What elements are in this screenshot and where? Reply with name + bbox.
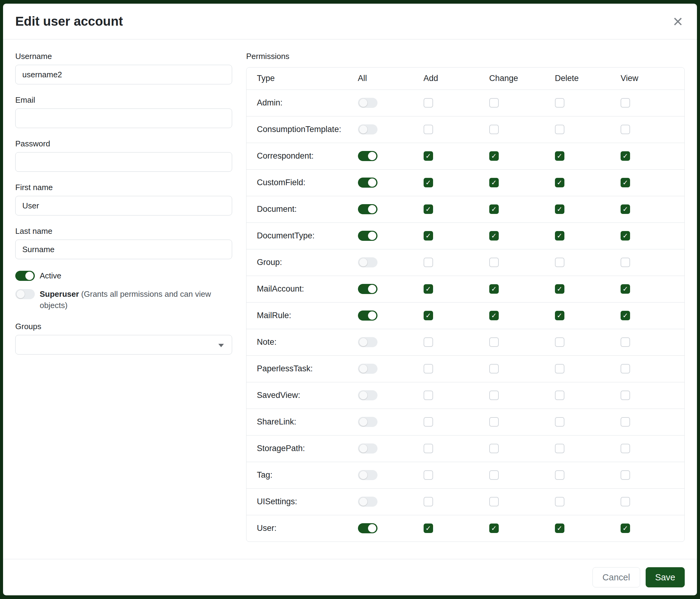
permission-delete-checkbox[interactable]: ✓ xyxy=(555,444,565,453)
permission-all-toggle[interactable] xyxy=(358,284,377,294)
permission-view-checkbox[interactable]: ✓ xyxy=(621,125,630,134)
permission-view-checkbox[interactable]: ✓ xyxy=(621,284,630,294)
permission-add-checkbox[interactable]: ✓ xyxy=(424,98,433,107)
permission-all-toggle[interactable] xyxy=(358,98,377,108)
permission-all-toggle[interactable] xyxy=(358,497,377,507)
permission-view-checkbox[interactable]: ✓ xyxy=(621,444,630,453)
permission-all-toggle[interactable] xyxy=(358,311,377,320)
permission-add-checkbox[interactable]: ✓ xyxy=(424,497,433,506)
permission-view-checkbox[interactable]: ✓ xyxy=(621,311,630,320)
permission-all-toggle[interactable] xyxy=(358,390,377,400)
password-field[interactable] xyxy=(15,152,232,172)
permission-delete-checkbox[interactable]: ✓ xyxy=(555,417,565,427)
permission-change-checkbox[interactable]: ✓ xyxy=(489,390,499,400)
save-button[interactable]: Save xyxy=(646,567,685,588)
permission-add-checkbox[interactable]: ✓ xyxy=(424,151,433,161)
permission-view-checkbox[interactable]: ✓ xyxy=(621,524,630,533)
username-input[interactable] xyxy=(15,65,232,85)
permission-add-checkbox[interactable]: ✓ xyxy=(424,417,433,427)
permission-all-toggle[interactable] xyxy=(358,124,377,135)
permission-view-checkbox[interactable]: ✓ xyxy=(621,390,630,400)
permission-delete-checkbox[interactable]: ✓ xyxy=(555,337,565,347)
superuser-toggle[interactable] xyxy=(15,289,35,299)
permission-add-checkbox[interactable]: ✓ xyxy=(424,470,433,480)
email-field[interactable] xyxy=(15,109,232,128)
permission-change-checkbox[interactable]: ✓ xyxy=(489,364,499,374)
last-name-input[interactable] xyxy=(15,240,232,259)
toggle-knob xyxy=(359,365,368,373)
permission-view-checkbox[interactable]: ✓ xyxy=(621,470,630,480)
close-icon[interactable]: × xyxy=(671,13,685,30)
permission-add-checkbox[interactable]: ✓ xyxy=(424,311,433,320)
permission-change-checkbox[interactable]: ✓ xyxy=(489,311,499,320)
permission-add-checkbox[interactable]: ✓ xyxy=(424,205,433,214)
permission-add-checkbox[interactable]: ✓ xyxy=(424,231,433,241)
permission-change-checkbox[interactable]: ✓ xyxy=(489,417,499,427)
permission-all-toggle[interactable] xyxy=(358,444,377,454)
permission-delete-checkbox[interactable]: ✓ xyxy=(555,364,565,374)
permission-all-toggle[interactable] xyxy=(358,523,377,533)
permission-add-checkbox[interactable]: ✓ xyxy=(424,125,433,134)
permission-view-checkbox[interactable]: ✓ xyxy=(621,151,630,161)
permission-change-checkbox[interactable]: ✓ xyxy=(489,444,499,453)
permission-all-toggle[interactable] xyxy=(358,204,377,214)
permission-add-checkbox[interactable]: ✓ xyxy=(424,284,433,294)
permission-delete-checkbox[interactable]: ✓ xyxy=(555,390,565,400)
active-toggle[interactable] xyxy=(15,271,35,281)
permission-change-checkbox[interactable]: ✓ xyxy=(489,497,499,506)
permission-add-checkbox[interactable]: ✓ xyxy=(424,337,433,347)
permission-all-toggle[interactable] xyxy=(358,470,377,480)
permission-change-checkbox[interactable]: ✓ xyxy=(489,470,499,480)
permission-add-checkbox[interactable]: ✓ xyxy=(424,178,433,187)
permission-change-checkbox[interactable]: ✓ xyxy=(489,231,499,241)
first-name-input[interactable] xyxy=(15,196,232,215)
permission-delete-checkbox[interactable]: ✓ xyxy=(555,178,565,187)
permission-add-checkbox[interactable]: ✓ xyxy=(424,258,433,267)
permission-change-checkbox[interactable]: ✓ xyxy=(489,151,499,161)
permission-change-checkbox[interactable]: ✓ xyxy=(489,284,499,294)
permission-add-checkbox[interactable]: ✓ xyxy=(424,390,433,400)
permission-delete-checkbox[interactable]: ✓ xyxy=(555,524,565,533)
permission-all-toggle[interactable] xyxy=(358,151,377,161)
permission-change-checkbox[interactable]: ✓ xyxy=(489,125,499,134)
permission-delete-checkbox[interactable]: ✓ xyxy=(555,497,565,506)
permission-change-checkbox[interactable]: ✓ xyxy=(489,337,499,347)
permission-change-checkbox[interactable]: ✓ xyxy=(489,98,499,107)
permission-all-toggle[interactable] xyxy=(358,257,377,267)
permission-add-checkbox[interactable]: ✓ xyxy=(424,524,433,533)
permission-delete-checkbox[interactable]: ✓ xyxy=(555,125,565,134)
permission-all-toggle[interactable] xyxy=(358,231,377,241)
permission-all-toggle[interactable] xyxy=(358,177,377,188)
permission-delete-checkbox[interactable]: ✓ xyxy=(555,311,565,320)
permission-change-checkbox[interactable]: ✓ xyxy=(489,524,499,533)
permission-add-checkbox[interactable]: ✓ xyxy=(424,364,433,374)
cancel-button[interactable]: Cancel xyxy=(593,567,640,588)
permission-view-checkbox[interactable]: ✓ xyxy=(621,337,630,347)
permission-change-checkbox[interactable]: ✓ xyxy=(489,178,499,187)
permission-delete-checkbox[interactable]: ✓ xyxy=(555,470,565,480)
permission-change-checkbox[interactable]: ✓ xyxy=(489,205,499,214)
permission-all-toggle[interactable] xyxy=(358,337,377,347)
permission-delete-checkbox[interactable]: ✓ xyxy=(555,231,565,241)
permission-all-toggle[interactable] xyxy=(358,417,377,427)
permission-delete-checkbox[interactable]: ✓ xyxy=(555,151,565,161)
groups-select[interactable] xyxy=(15,335,232,355)
permission-all-toggle[interactable] xyxy=(358,364,377,374)
permission-view-checkbox[interactable]: ✓ xyxy=(621,98,630,107)
permission-view-checkbox[interactable]: ✓ xyxy=(621,417,630,427)
permission-change-checkbox[interactable]: ✓ xyxy=(489,258,499,267)
permission-delete-checkbox[interactable]: ✓ xyxy=(555,98,565,107)
permission-view-checkbox[interactable]: ✓ xyxy=(621,205,630,214)
permission-view-checkbox[interactable]: ✓ xyxy=(621,231,630,241)
toggle-knob xyxy=(368,285,376,293)
permission-add-checkbox[interactable]: ✓ xyxy=(424,444,433,453)
permission-view-checkbox[interactable]: ✓ xyxy=(621,364,630,374)
permission-delete-checkbox[interactable]: ✓ xyxy=(555,284,565,294)
modal-title: Edit user account xyxy=(15,14,123,29)
permission-view-checkbox[interactable]: ✓ xyxy=(621,258,630,267)
permission-row: SavedView: ✓ ✓ ✓ ✓ xyxy=(247,382,684,409)
permission-delete-checkbox[interactable]: ✓ xyxy=(555,205,565,214)
permission-delete-checkbox[interactable]: ✓ xyxy=(555,258,565,267)
permission-view-checkbox[interactable]: ✓ xyxy=(621,497,630,506)
permission-view-checkbox[interactable]: ✓ xyxy=(621,178,630,187)
